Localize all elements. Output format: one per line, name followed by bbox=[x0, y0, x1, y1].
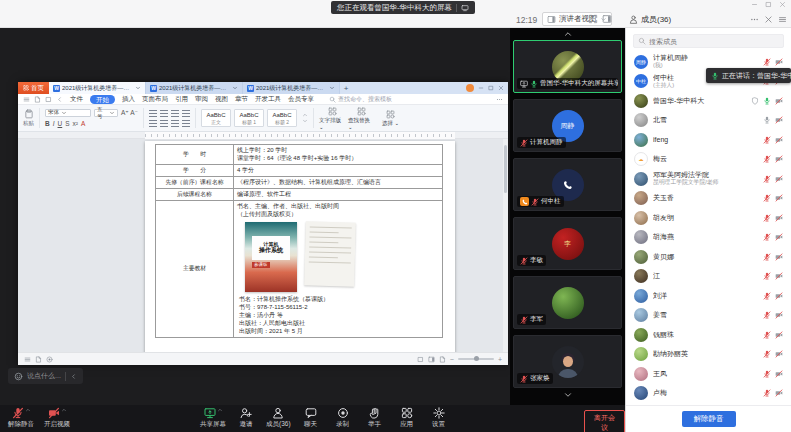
syllabus-table: 学 时线上学时：20 学时课堂学时：64（理论 48 学时+实验 16 学时）学… bbox=[155, 144, 443, 338]
toolbar-hand[interactable]: 举手 bbox=[363, 407, 387, 429]
camera-off-icon[interactable] bbox=[775, 272, 783, 280]
mic-off-icon[interactable] bbox=[763, 175, 771, 183]
chevron-left-icon[interactable] bbox=[70, 373, 77, 380]
camera-off-icon[interactable] bbox=[775, 214, 783, 222]
quick-chat-bar[interactable]: 说点什么... bbox=[8, 368, 83, 384]
camera-off-icon[interactable] bbox=[775, 292, 783, 300]
member-row[interactable]: 黄贝娜 bbox=[626, 247, 791, 267]
member-row[interactable]: 胡友明 bbox=[626, 208, 791, 228]
toolbar-apps[interactable]: 应用 bbox=[395, 407, 419, 429]
member-search-input[interactable] bbox=[649, 38, 759, 45]
mic-off-icon[interactable] bbox=[763, 194, 771, 202]
apps-icon bbox=[401, 407, 413, 419]
member-row[interactable]: 王凤 bbox=[626, 364, 791, 384]
video-tile[interactable]: 曾国华-华中科大的屏幕共享 bbox=[513, 40, 622, 93]
mic-off-icon[interactable] bbox=[763, 389, 771, 397]
toolbar-member[interactable]: 成员(36) bbox=[266, 407, 291, 429]
members-panel-title: 成员(36) bbox=[641, 14, 671, 25]
camera-off-icon[interactable] bbox=[775, 253, 783, 261]
member-name: 黄贝娜 bbox=[653, 253, 758, 261]
mic-on-icon[interactable] bbox=[763, 97, 771, 105]
mic-off-icon[interactable] bbox=[763, 370, 771, 378]
member-row[interactable]: 姜雪 bbox=[626, 306, 791, 326]
member-row[interactable]: ☁梅云 bbox=[626, 150, 791, 170]
fullscreen-icon[interactable] bbox=[587, 13, 599, 25]
member-row[interactable]: 曾国华-华中科大 bbox=[626, 91, 791, 111]
video-tile[interactable]: 李李敏 bbox=[513, 217, 622, 270]
mic-off-icon[interactable] bbox=[763, 233, 771, 241]
member-row[interactable]: 卢梅 bbox=[626, 384, 791, 404]
chevron-up-icon[interactable] bbox=[25, 407, 31, 413]
close-icon[interactable] bbox=[779, 1, 786, 8]
toolbar-screenshare[interactable]: 共享屏幕 bbox=[200, 407, 226, 429]
chevron-up-icon[interactable] bbox=[217, 407, 223, 413]
hamburger-menu-icon[interactable] bbox=[778, 15, 787, 24]
member-row[interactable]: 北雪 bbox=[626, 111, 791, 131]
camera-off-icon[interactable] bbox=[775, 175, 783, 183]
camera-off-icon[interactable] bbox=[775, 350, 783, 358]
mic-off-icon[interactable] bbox=[763, 331, 771, 339]
scroll-down-chevron-icon[interactable] bbox=[563, 390, 573, 400]
toolbar-mic-off[interactable]: 解除静音 bbox=[8, 407, 34, 429]
mic-off-icon[interactable] bbox=[520, 139, 528, 147]
mic-off-icon[interactable] bbox=[763, 214, 771, 222]
member-row[interactable]: 钱丽珠 bbox=[626, 325, 791, 345]
toolbar-gear[interactable]: 设置 bbox=[427, 407, 451, 429]
mic-idle-icon[interactable] bbox=[763, 116, 771, 124]
camera-off-icon[interactable] bbox=[775, 116, 783, 124]
leave-meeting-button[interactable]: 离开会议 bbox=[584, 410, 625, 432]
member-row[interactable]: 刘洋 bbox=[626, 286, 791, 306]
camera-off-icon[interactable] bbox=[775, 389, 783, 397]
member-row[interactable]: 邓军美阿姆法学院昆明理工学院文学院/老师 bbox=[626, 169, 791, 189]
video-tile[interactable]: 周静计算机周静 bbox=[513, 99, 622, 152]
toolbar-invite[interactable]: 邀请 bbox=[234, 407, 258, 429]
camera-off-icon[interactable] bbox=[775, 233, 783, 241]
mic-off-icon[interactable] bbox=[763, 253, 771, 261]
mic-on-icon[interactable] bbox=[530, 80, 538, 88]
minimize-icon[interactable] bbox=[751, 1, 758, 8]
mic-off-icon[interactable] bbox=[520, 316, 528, 324]
emoji-icon[interactable] bbox=[14, 372, 23, 381]
chevron-up-icon[interactable] bbox=[61, 407, 67, 413]
camera-off-icon[interactable] bbox=[775, 97, 783, 105]
mic-off-icon[interactable] bbox=[763, 136, 771, 144]
participant-avatar bbox=[634, 191, 648, 205]
toolbar-cam-off[interactable]: 开启视频 bbox=[44, 407, 70, 429]
picture-in-picture-icon[interactable] bbox=[461, 4, 469, 12]
scroll-up-chevron-icon[interactable] bbox=[563, 29, 573, 39]
member-role: 昆明理工学院文学院/老师 bbox=[653, 179, 758, 186]
panel-layout-icon[interactable] bbox=[601, 13, 613, 25]
video-tile[interactable]: 李军 bbox=[513, 276, 622, 329]
mic-off-icon[interactable] bbox=[520, 257, 528, 265]
member-row[interactable]: 勘纳孙丽英 bbox=[626, 345, 791, 365]
mic-off-icon[interactable] bbox=[763, 272, 771, 280]
mic-off-icon[interactable] bbox=[763, 58, 771, 66]
camera-off-icon[interactable] bbox=[775, 136, 783, 144]
mic-off-icon[interactable] bbox=[763, 155, 771, 163]
camera-off-icon[interactable] bbox=[775, 155, 783, 163]
video-tile[interactable]: 何中柱 bbox=[513, 158, 622, 211]
mic-off-icon[interactable] bbox=[520, 375, 528, 383]
mic-off-icon[interactable] bbox=[763, 350, 771, 358]
camera-off-icon[interactable] bbox=[775, 311, 783, 319]
camera-off-icon[interactable] bbox=[775, 370, 783, 378]
member-row[interactable]: 关玉香 bbox=[626, 189, 791, 209]
mic-off-icon[interactable] bbox=[531, 198, 539, 206]
camera-off-icon[interactable] bbox=[775, 58, 783, 66]
toolbar-record[interactable]: 录制 bbox=[331, 407, 355, 429]
more-icon[interactable] bbox=[750, 15, 759, 24]
close-panel-icon[interactable] bbox=[764, 15, 773, 24]
member-row[interactable]: 江 bbox=[626, 267, 791, 287]
member-name: 姜雪 bbox=[653, 311, 758, 319]
mic-off-icon[interactable] bbox=[763, 292, 771, 300]
member-search-box[interactable] bbox=[633, 34, 784, 48]
mic-off-icon[interactable] bbox=[763, 311, 771, 319]
toolbar-chat[interactable]: 聊天 bbox=[299, 407, 323, 429]
member-row[interactable]: ifeng bbox=[626, 130, 791, 150]
maximize-icon[interactable] bbox=[765, 1, 772, 8]
camera-off-icon[interactable] bbox=[775, 194, 783, 202]
video-tile[interactable]: 张家焕 bbox=[513, 335, 622, 388]
camera-off-icon[interactable] bbox=[775, 331, 783, 339]
unmute-button[interactable]: 解除静音 bbox=[682, 411, 736, 427]
member-row[interactable]: 胡海燕 bbox=[626, 228, 791, 248]
